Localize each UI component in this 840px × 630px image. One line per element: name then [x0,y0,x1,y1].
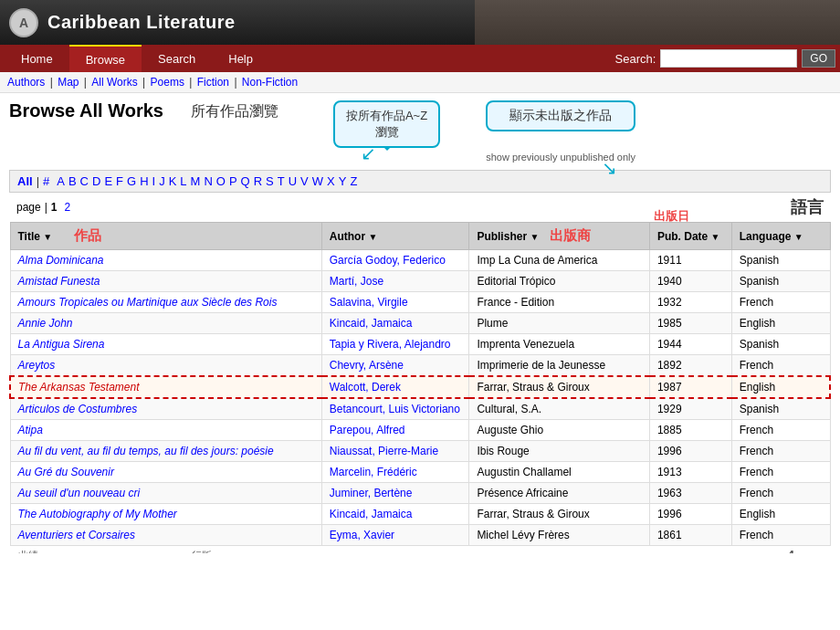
alpha-R[interactable]: R [254,174,262,188]
title-link[interactable]: The Arkansas Testament [18,381,140,394]
nav-search[interactable]: Search [142,45,212,72]
title-link[interactable]: Areytos [18,359,56,372]
breadcrumb-authors[interactable]: Authors [7,76,45,89]
title-link[interactable]: Amours Tropicales ou Martinique aux Sièc… [18,296,278,309]
cell-title: Amistad Funesta [10,271,321,292]
next-page-link[interactable]: 2 [65,201,71,214]
cell-publisher: Editorial Trópico [469,271,650,292]
cell-language: Spanish [731,398,830,420]
cell-language: French [731,441,830,462]
author-link[interactable]: Betancourt, Luis Victoriano [330,403,460,415]
cell-pubdate: 1932 [649,292,731,313]
pagination-left: page | 1 2 [16,201,70,214]
alpha-E[interactable]: E [104,174,112,188]
breadcrumb-map[interactable]: Map [58,76,79,89]
breadcrumb-fiction[interactable]: Fiction [197,76,229,89]
breadcrumb: Authors | Map | All Works | Poems | Fict… [0,72,840,93]
language-sort-arrow[interactable]: ▼ [794,232,803,242]
table-header-row: Title ▼ 作品 Author ▼ Publisher ▼ 出版商 Pu [10,223,830,250]
publisher-sort-arrow[interactable]: ▼ [530,232,539,242]
alpha-W[interactable]: W [312,174,323,188]
alpha-T[interactable]: T [278,174,285,188]
title-link[interactable]: Au Gré du Souvenir [18,466,114,478]
alpha-L[interactable]: L [180,174,186,188]
title-link[interactable]: Au seuil d'un nouveau cri [18,487,141,499]
cell-language: Spanish [731,334,830,355]
author-link[interactable]: Kincaid, Jamaica [330,508,413,520]
alpha-I[interactable]: I [152,174,156,188]
alpha-J[interactable]: J [159,174,165,188]
nav-browse[interactable]: Browse [69,45,142,72]
th-language[interactable]: Language ▼ [731,223,830,250]
alpha-Q[interactable]: Q [241,174,250,188]
title-link[interactable]: Articulos de Costumbres [18,403,138,415]
alpha-C[interactable]: C [80,174,89,188]
title-link[interactable]: Alma Dominicana [18,254,104,267]
author-sort-arrow[interactable]: ▼ [368,232,377,242]
table-row: Annie JohnKincaid, JamaicaPlume1985Engli… [10,313,830,334]
author-link[interactable]: Marcelin, Frédéric [330,466,417,478]
breadcrumb-allworks[interactable]: All Works [91,76,137,89]
cell-title: Articulos de Costumbres [10,398,321,420]
cell-author: Martí, Jose [321,271,469,292]
cell-pubdate: 1987 [649,376,731,398]
alpha-A[interactable]: A [57,174,65,188]
title-link[interactable]: Atipa [18,424,43,436]
author-link[interactable]: Niaussat, Pierre-Marie [330,445,438,457]
nav-help[interactable]: Help [212,45,269,72]
nav-home[interactable]: Home [5,45,69,72]
alpha-V[interactable]: V [300,174,309,188]
author-link[interactable]: Martí, Jose [330,275,383,288]
alpha-all[interactable]: All [17,174,33,188]
pubdate-sort-arrow[interactable]: ▼ [711,232,720,242]
title-link[interactable]: La Antigua Sirena [18,338,105,351]
author-link[interactable]: Salavina, Virgile [330,296,408,309]
go-button[interactable]: GO [802,49,835,68]
author-link[interactable]: Tapia y Rivera, Alejandro [330,338,451,351]
cell-publisher: Ibis Rouge [469,441,650,462]
table-row: AtipaParepou, AlfredAuguste Ghio1885Fren… [10,420,830,441]
alpha-D[interactable]: D [92,174,100,188]
th-pubdate[interactable]: Pub. Date ▼ 出版日 [649,223,731,250]
alpha-G[interactable]: G [127,174,136,188]
author-link[interactable]: Walcott, Derek [330,381,401,394]
alpha-B[interactable]: B [68,174,77,188]
alpha-N[interactable]: N [204,174,212,188]
alpha-M[interactable]: M [191,174,201,188]
author-link[interactable]: Kincaid, Jamaica [330,317,413,330]
alpha-O[interactable]: O [216,174,226,188]
title-link[interactable]: Amistad Funesta [18,275,100,288]
nav-search-area: Search: GO [615,49,835,68]
alpha-Z[interactable]: Z [350,174,357,188]
th-author[interactable]: Author ▼ [321,223,469,250]
author-link[interactable]: Chevry, Arsène [330,359,404,372]
author-link[interactable]: García Godoy, Federico [330,254,446,267]
alpha-H[interactable]: H [140,174,148,188]
alpha-X[interactable]: X [327,174,335,188]
cell-title: Atipa [10,420,321,441]
alpha-hash[interactable]: # [43,174,49,188]
author-link[interactable]: Parepou, Alfred [330,424,405,436]
breadcrumb-poems[interactable]: Poems [151,76,184,89]
alpha-P[interactable]: P [229,174,237,188]
alpha-U[interactable]: U [289,174,297,188]
cell-publisher: Michel Lévy Frères [469,525,650,546]
alpha-Y[interactable]: Y [339,174,347,188]
alpha-F[interactable]: F [116,174,123,188]
th-publisher[interactable]: Publisher ▼ 出版商 [469,223,650,250]
alpha-K[interactable]: K [169,174,177,188]
language-column-label: 語言 [791,196,824,218]
title-link[interactable]: Au fil du vent, au fil du temps, au fil … [18,445,274,457]
title-link[interactable]: The Autobiography of My Mother [18,508,177,520]
table-row: Amistad FunestaMartí, JoseEditorial Tróp… [10,271,830,292]
title-link[interactable]: Annie John [18,317,73,330]
breadcrumb-nonfiction[interactable]: Non-Fiction [242,76,298,89]
title-sort-arrow[interactable]: ▼ [43,232,52,242]
th-title[interactable]: Title ▼ 作品 [10,223,321,250]
author-link[interactable]: Eyma, Xavier [330,529,394,541]
title-link[interactable]: Aventuriers et Corsaires [18,529,136,541]
alpha-S[interactable]: S [266,174,274,188]
author-link[interactable]: Juminer, Bertène [330,487,413,499]
search-input[interactable] [660,49,797,68]
cell-author: Tapia y Rivera, Alejandro [321,334,469,355]
